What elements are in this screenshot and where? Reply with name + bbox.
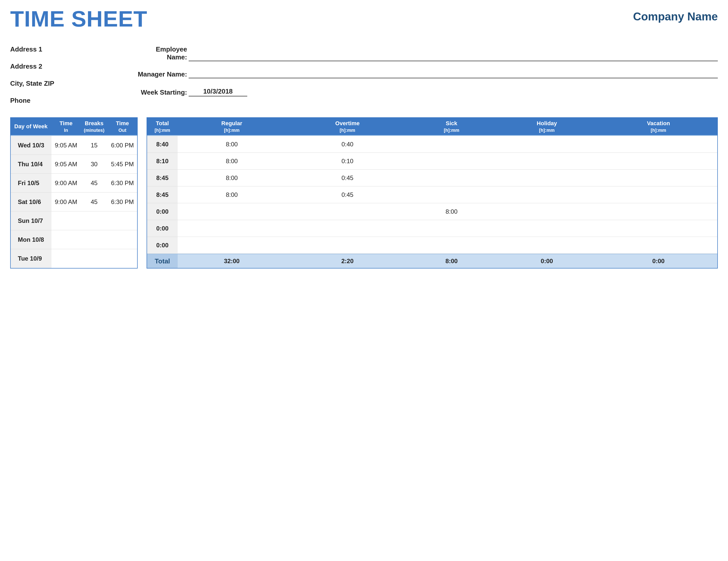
cell-regular[interactable]: 8:00 <box>178 169 286 186</box>
cell-sick[interactable] <box>409 153 494 169</box>
cell-day[interactable]: Sun 10/7 <box>11 211 51 230</box>
table-row: Fri 10/59:00 AM456:30 PM <box>11 174 137 192</box>
table-row: 8:108:000:10 <box>147 153 717 169</box>
totals-overtime: 2:20 <box>286 254 409 268</box>
table-row: 8:458:000:45 <box>147 186 717 203</box>
time-entry-table: Day of Week TimeIn Breaks(minutes) TimeO… <box>10 117 138 268</box>
cell-time-out[interactable] <box>108 211 137 230</box>
cell-breaks[interactable]: 15 <box>81 136 108 155</box>
cell-holiday[interactable] <box>494 153 600 169</box>
cell-regular[interactable]: 8:00 <box>178 186 286 203</box>
cell-vacation[interactable] <box>600 186 717 203</box>
table-row: Sat 10/69:00 AM456:30 PM <box>11 192 137 211</box>
cell-time-in[interactable]: 9:05 AM <box>51 136 81 155</box>
employee-name-input[interactable] <box>189 54 718 61</box>
cell-breaks[interactable]: 45 <box>81 192 108 211</box>
employee-name-label: Employee Name: <box>138 45 189 61</box>
table-row: 0:00 <box>147 220 717 237</box>
cell-time-in[interactable] <box>51 249 81 268</box>
cell-overtime[interactable] <box>286 203 409 220</box>
col-time-out: TimeOut <box>108 117 137 136</box>
cell-day[interactable]: Wed 10/3 <box>11 136 51 155</box>
totals-vacation: 0:00 <box>600 254 717 268</box>
table-row: Wed 10/39:05 AM156:00 PM <box>11 136 137 155</box>
cell-regular[interactable] <box>178 220 286 237</box>
cell-holiday[interactable] <box>494 237 600 254</box>
cell-breaks[interactable]: 45 <box>81 174 108 192</box>
cell-time-out[interactable]: 6:30 PM <box>108 192 137 211</box>
cell-day[interactable]: Mon 10/8 <box>11 230 51 249</box>
col-sick: Sick[h]:mm <box>409 117 494 136</box>
cell-vacation[interactable] <box>600 203 717 220</box>
cell-time-out[interactable]: 6:00 PM <box>108 136 137 155</box>
cell-vacation[interactable] <box>600 220 717 237</box>
cell-regular[interactable] <box>178 237 286 254</box>
cell-holiday[interactable] <box>494 169 600 186</box>
table-row: 0:008:00 <box>147 203 717 220</box>
cell-sick[interactable]: 8:00 <box>409 203 494 220</box>
cell-sick[interactable] <box>409 186 494 203</box>
cell-time-in[interactable]: 9:00 AM <box>51 174 81 192</box>
cell-vacation[interactable] <box>600 153 717 169</box>
table-row: 0:00 <box>147 237 717 254</box>
cell-overtime[interactable]: 0:45 <box>286 186 409 203</box>
cell-time-out[interactable] <box>108 230 137 249</box>
table-row: Sun 10/7 <box>11 211 137 230</box>
hours-summary-table: Total[h]:mm Regular[h]:mm Overtime[h]:mm… <box>147 117 718 268</box>
company-name: Company Name <box>633 10 718 23</box>
totals-row: Total32:002:208:000:000:00 <box>147 254 717 268</box>
week-starting-label: Week Starting: <box>138 88 189 96</box>
week-starting-input[interactable]: 10/3/2018 <box>189 87 247 96</box>
cell-day[interactable]: Tue 10/9 <box>11 249 51 268</box>
totals-holiday: 0:00 <box>494 254 600 268</box>
cell-holiday[interactable] <box>494 136 600 153</box>
cell-overtime[interactable]: 0:40 <box>286 136 409 153</box>
col-day-of-week: Day of Week <box>11 117 51 136</box>
cell-holiday[interactable] <box>494 220 600 237</box>
col-breaks: Breaks(minutes) <box>81 117 108 136</box>
col-total: Total[h]:mm <box>147 117 178 136</box>
cell-regular[interactable] <box>178 203 286 220</box>
cell-sick[interactable] <box>409 237 494 254</box>
cell-holiday[interactable] <box>494 203 600 220</box>
col-regular: Regular[h]:mm <box>178 117 286 136</box>
cell-regular[interactable]: 8:00 <box>178 136 286 153</box>
totals-label: Total <box>147 254 178 268</box>
cell-time-in[interactable] <box>51 211 81 230</box>
cell-sick[interactable] <box>409 169 494 186</box>
cell-time-out[interactable] <box>108 249 137 268</box>
cell-vacation[interactable] <box>600 237 717 254</box>
cell-time-out[interactable]: 6:30 PM <box>108 174 137 192</box>
page-title: TIME SHEET <box>10 8 147 30</box>
col-holiday: Holiday[h]:mm <box>494 117 600 136</box>
manager-name-input[interactable] <box>189 71 718 78</box>
cell-day[interactable]: Sat 10/6 <box>11 192 51 211</box>
table-row: 8:408:000:40 <box>147 136 717 153</box>
cell-breaks[interactable] <box>81 211 108 230</box>
cell-time-in[interactable]: 9:05 AM <box>51 155 81 174</box>
cell-day[interactable]: Thu 10/4 <box>11 155 51 174</box>
cell-day[interactable]: Fri 10/5 <box>11 174 51 192</box>
cell-sick[interactable] <box>409 220 494 237</box>
cell-overtime[interactable]: 0:45 <box>286 169 409 186</box>
cell-time-in[interactable]: 9:00 AM <box>51 192 81 211</box>
cell-overtime[interactable] <box>286 237 409 254</box>
table-row: Thu 10/49:05 AM305:45 PM <box>11 155 137 174</box>
cell-breaks[interactable] <box>81 230 108 249</box>
cell-time-in[interactable] <box>51 230 81 249</box>
address-1: Address 1 <box>10 45 127 53</box>
cell-total: 8:10 <box>147 153 178 169</box>
cell-breaks[interactable]: 30 <box>81 155 108 174</box>
cell-holiday[interactable] <box>494 186 600 203</box>
cell-total: 8:45 <box>147 186 178 203</box>
cell-time-out[interactable]: 5:45 PM <box>108 155 137 174</box>
cell-regular[interactable]: 8:00 <box>178 153 286 169</box>
cell-vacation[interactable] <box>600 136 717 153</box>
cell-overtime[interactable] <box>286 220 409 237</box>
cell-sick[interactable] <box>409 136 494 153</box>
cell-breaks[interactable] <box>81 249 108 268</box>
cell-overtime[interactable]: 0:10 <box>286 153 409 169</box>
cell-vacation[interactable] <box>600 169 717 186</box>
table-row: 8:458:000:45 <box>147 169 717 186</box>
col-vacation: Vacation[h]:mm <box>600 117 717 136</box>
